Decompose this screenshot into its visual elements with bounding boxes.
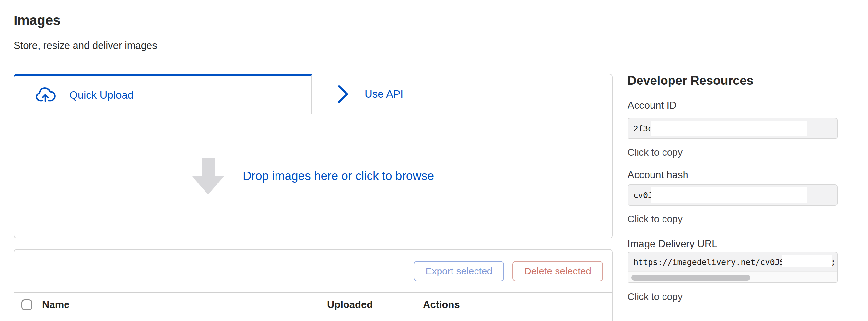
- account-hash-field[interactable]: cv0J: [627, 184, 838, 206]
- column-header-name: Name: [42, 299, 69, 311]
- scrollbar-thumb[interactable]: [631, 275, 750, 281]
- table-header-row: Name Uploaded Actions: [14, 293, 612, 317]
- developer-resources-title: Developer Resources: [627, 74, 753, 87]
- image-delivery-url-field[interactable]: https://imagedelivery.net/cv0JSj ;: [627, 252, 838, 283]
- tab-quick-upload[interactable]: Quick Upload: [13, 74, 312, 114]
- account-hash-copy-hint: Click to copy: [627, 214, 683, 224]
- url-clipped-fragment: ;: [831, 254, 835, 271]
- cloud-upload-icon: [35, 87, 56, 104]
- account-id-copy-hint: Click to copy: [627, 148, 683, 157]
- select-all-checkbox[interactable]: [21, 299, 32, 310]
- chevron-right-icon: [337, 84, 350, 104]
- horizontal-scrollbar[interactable]: [628, 272, 837, 283]
- image-list-card: Export selected Delete selected Name Upl…: [13, 249, 613, 321]
- dropzone-label: Drop images here or click to browse: [243, 169, 434, 183]
- page-subtitle: Store, resize and deliver images: [13, 39, 157, 51]
- account-id-field[interactable]: 2f3d: [627, 118, 838, 139]
- image-dropzone[interactable]: Drop images here or click to browse: [13, 114, 613, 239]
- image-delivery-url-label: Image Delivery URL: [627, 239, 717, 249]
- export-selected-button[interactable]: Export selected: [413, 261, 504, 281]
- image-delivery-url-value: https://imagedelivery.net/cv0JSj ;: [628, 254, 837, 271]
- account-hash-label: Account hash: [627, 170, 688, 180]
- page-title: Images: [13, 13, 61, 27]
- arrow-down-icon: [192, 157, 224, 194]
- list-toolbar: Export selected Delete selected: [14, 250, 612, 293]
- redaction-overlay: [782, 255, 832, 267]
- account-id-label: Account ID: [627, 100, 677, 110]
- account-id-value: 2f3d: [633, 124, 653, 133]
- redaction-overlay: [651, 187, 807, 203]
- column-header-uploaded: Uploaded: [327, 299, 373, 311]
- delete-selected-button[interactable]: Delete selected: [513, 261, 603, 281]
- tab-use-api-label: Use API: [365, 88, 403, 100]
- tab-quick-upload-label: Quick Upload: [69, 89, 133, 101]
- redaction-overlay: [651, 121, 807, 136]
- column-header-actions: Actions: [423, 299, 460, 311]
- tab-use-api[interactable]: Use API: [312, 74, 613, 114]
- images-page: Images Store, resize and deliver images …: [0, 0, 868, 321]
- account-hash-value: cv0J: [633, 190, 653, 200]
- image-delivery-url-copy-hint: Click to copy: [627, 292, 683, 301]
- upload-card: Quick Upload Use API Drop images here or…: [13, 74, 613, 239]
